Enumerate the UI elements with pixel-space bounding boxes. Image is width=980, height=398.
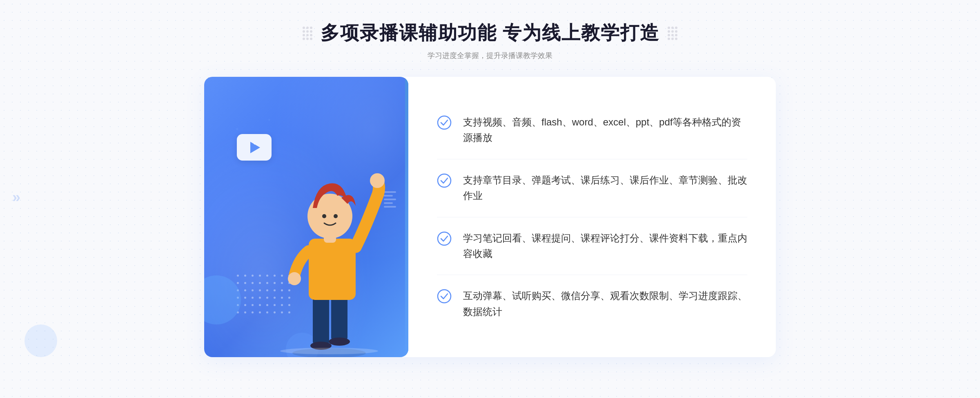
feature-text-2: 支持章节目录、弹题考试、课后练习、课后作业、章节测验、批改作业 [463,172,747,204]
chevron-left-decoration: » [12,188,29,210]
sparkle-1: ✦ [235,126,240,132]
feature-item-4: 互动弹幕、试听购买、微信分享、观看次数限制、学习进度跟踪、数据统计 [437,275,747,333]
character-illustration [272,145,386,357]
check-icon-1 [437,115,452,130]
title-row: 多项录播课辅助功能 专为线上教学打造 [303,20,678,46]
feature-item-1: 支持视频、音频、flash、word、excel、ppt、pdf等各种格式的资源… [437,101,747,159]
right-dot-grid [668,27,677,40]
feature-text-1: 支持视频、音频、flash、word、excel、ppt、pdf等各种格式的资源… [463,114,747,146]
page-main-title: 多项录播课辅助功能 专为线上教学打造 [321,20,660,46]
feature-text-4: 互动弹幕、试听购买、微信分享、观看次数限制、学习进度跟踪、数据统计 [463,288,747,320]
svg-rect-6 [309,239,356,300]
feature-item-3: 学习笔记回看、课程提问、课程评论打分、课件资料下载，重点内容收藏 [437,217,747,275]
svg-point-15 [438,174,451,187]
left-dot-grid [303,27,312,40]
svg-point-17 [438,290,451,303]
main-content-card: ✦ ✦ ✦ [204,77,776,357]
accent-bar [405,77,408,357]
left-illustration-panel: ✦ ✦ ✦ [204,77,408,357]
svg-point-8 [288,272,301,285]
play-bubble-bg [237,134,272,161]
feature-item-2: 支持章节目录、弹题考试、课后练习、课后作业、章节测验、批改作业 [437,159,747,217]
check-icon-4 [437,289,452,304]
feature-text-3: 学习笔记回看、课程提问、课程评论打分、课件资料下载，重点内容收藏 [463,230,747,262]
svg-point-16 [438,232,451,245]
header-section: 多项录播课辅助功能 专为线上教学打造 学习进度全掌握，提升录播课教学效果 [303,20,678,60]
svg-point-13 [280,348,378,354]
svg-text:»: » [12,189,20,206]
svg-point-12 [334,214,338,218]
sparkle-2: ✦ [267,118,271,122]
page-circle-decoration [24,324,57,357]
page-container: » 多项录播课辅助功能 专为线上教学打造 学习进度全掌握，提升录播课教学效果 [0,0,980,398]
svg-point-5 [329,338,350,346]
check-icon-3 [437,231,452,246]
svg-point-7 [370,173,385,188]
svg-point-14 [438,116,451,129]
svg-point-11 [322,214,326,218]
check-icon-2 [437,173,452,188]
page-subtitle: 学习进度全掌握，提升录播课教学效果 [303,51,678,60]
right-features-panel: 支持视频、音频、flash、word、excel、ppt、pdf等各种格式的资源… [408,77,776,357]
sparkle-3: ✦ [253,142,256,146]
circle-decoration-1 [204,275,241,324]
play-bubble [237,134,278,167]
